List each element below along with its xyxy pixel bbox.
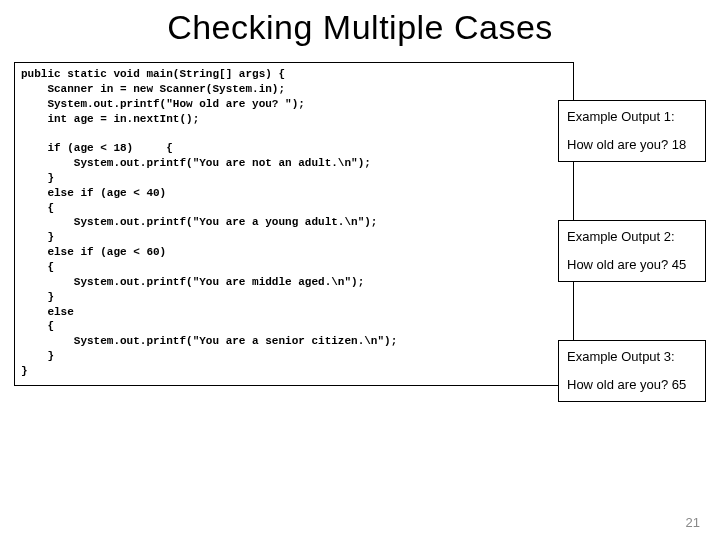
example-output-1-header: Example Output 1:: [567, 107, 697, 127]
example-output-2-body: How old are you? 45: [567, 255, 697, 275]
example-output-1-body: How old are you? 18: [567, 135, 697, 155]
example-output-3: Example Output 3: How old are you? 65: [558, 340, 706, 402]
example-output-3-header: Example Output 3:: [567, 347, 697, 367]
code-block: public static void main(String[] args) {…: [14, 62, 574, 386]
example-output-2: Example Output 2: How old are you? 45: [558, 220, 706, 282]
page-number: 21: [686, 515, 700, 530]
slide: Checking Multiple Cases public static vo…: [0, 0, 720, 540]
example-output-1: Example Output 1: How old are you? 18: [558, 100, 706, 162]
example-output-3-body: How old are you? 65: [567, 375, 697, 395]
slide-title: Checking Multiple Cases: [0, 0, 720, 53]
example-output-2-header: Example Output 2:: [567, 227, 697, 247]
